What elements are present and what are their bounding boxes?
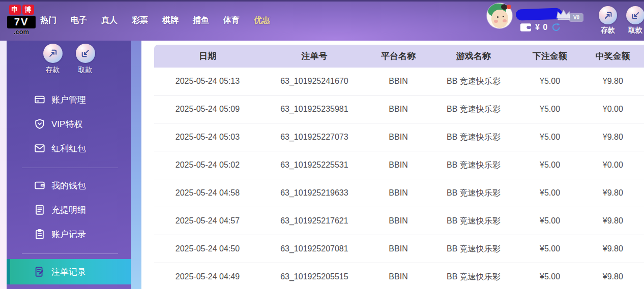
topbar: 申 博 7V .com 热门电子真人彩票棋牌捕鱼体育优惠 V0	[0, 0, 644, 41]
table-row: 2025-05-24 05:0363_101925227073BBINBB 竞速…	[154, 123, 644, 151]
deposit-label: 存款	[597, 26, 619, 35]
logo-badge-right: 博	[22, 5, 34, 15]
sidebar-deposit-button[interactable]: 存款	[41, 44, 65, 75]
sidebar-group: 账户管理VIP特权红利红包	[7, 87, 131, 160]
sidebar: 存款 取款 账户管理VIP特权红利红包我的钱包充提明细账户记录注单记录	[7, 41, 131, 289]
withdraw-button[interactable]: 取款	[624, 6, 644, 35]
table-cell: BBIN	[368, 207, 429, 235]
table-row: 2025-05-24 04:5863_101925219633BBINBB 竞速…	[154, 179, 644, 207]
logo-badge-left: 申	[9, 5, 21, 15]
bet-record-icon	[34, 266, 45, 277]
sidebar-item-label: 红利红包	[51, 143, 86, 154]
balance-row: ¥ 0	[520, 22, 561, 32]
vip-level-label: V0	[570, 14, 583, 21]
sidebar-group: 注单记录	[7, 259, 131, 284]
table-cell: ¥5.00	[518, 179, 581, 207]
sidebar-item-我的钱包[interactable]: 我的钱包	[7, 173, 131, 198]
column-header: 中奖金额	[582, 45, 644, 68]
table-cell: 2025-05-24 04:50	[154, 235, 261, 263]
table-cell: BB 竞速快乐彩	[429, 263, 518, 289]
avatar-face	[491, 10, 508, 28]
sidebar-item-label: 账户记录	[51, 229, 86, 240]
wallet-icon	[34, 180, 45, 191]
table-cell: BBIN	[368, 123, 429, 151]
table-cell: 2025-05-24 05:03	[154, 123, 261, 151]
table-cell: BBIN	[368, 235, 429, 263]
withdraw-arrow-icon	[76, 44, 95, 63]
logo-badges: 申 博	[7, 5, 36, 15]
table-cell: ¥9.80	[582, 179, 644, 207]
sidebar-item-label: 充提明细	[51, 204, 86, 216]
table-cell: BBIN	[368, 95, 429, 123]
sidebar-item-账户管理[interactable]: 账户管理	[7, 87, 131, 112]
nav-item-热门[interactable]: 热门	[33, 15, 64, 26]
sidebar-divider	[22, 253, 118, 254]
nav-item-优惠[interactable]: 优惠	[247, 15, 277, 26]
table-cell: ¥5.00	[518, 207, 581, 235]
nav-item-捕鱼[interactable]: 捕鱼	[186, 15, 216, 26]
sidebar-withdraw-label: 取款	[73, 66, 98, 75]
table-body: 2025-05-24 05:1363_101925241670BBINBB 竞速…	[154, 68, 644, 289]
logo-suffix: .com	[7, 28, 36, 36]
site-logo[interactable]: 申 博 7V .com	[7, 5, 36, 36]
table-cell: ¥5.00	[518, 68, 581, 95]
table-cell: 2025-05-24 05:13	[154, 68, 261, 95]
column-header: 下注金额	[518, 45, 581, 68]
table-cell: BBIN	[368, 179, 429, 207]
column-header: 游戏名称	[429, 45, 518, 68]
table-cell: BBIN	[368, 68, 429, 95]
deposit-arrow-icon	[599, 6, 617, 24]
table-cell: ¥0.00	[582, 95, 644, 123]
nav-item-电子[interactable]: 电子	[64, 15, 94, 26]
deposit-button[interactable]: 存款	[597, 6, 619, 35]
table-cell: 63_101925207081	[261, 235, 368, 263]
sidebar-group: 我的钱包充提明细账户记录	[7, 173, 131, 246]
table-cell: BB 竞速快乐彩	[429, 179, 518, 207]
card-icon	[34, 94, 45, 105]
sidebar-item-账户记录[interactable]: 账户记录	[7, 222, 131, 246]
envelope-icon	[34, 143, 45, 154]
table-cell: BB 竞速快乐彩	[429, 235, 518, 263]
sidebar-item-注单记录[interactable]: 注单记录	[7, 259, 131, 284]
table-cell: 2025-05-24 04:57	[154, 207, 261, 235]
table-cell: 63_101925205515	[261, 263, 368, 289]
sidebar-divider	[22, 168, 118, 168]
sidebar-item-红利红包[interactable]: 红利红包	[7, 136, 131, 160]
logo-text: 7V	[7, 16, 36, 28]
sidebar-withdraw-button[interactable]: 取款	[73, 44, 98, 75]
table-cell: ¥5.00	[518, 95, 581, 123]
sidebar-edge-glow	[131, 41, 141, 289]
column-header: 日期	[154, 45, 261, 68]
vip-icon	[34, 118, 45, 130]
table-cell: BB 竞速快乐彩	[429, 95, 518, 123]
bet-records-table: 日期注单号平台名称游戏名称下注金额中奖金额 2025-05-24 05:1363…	[154, 45, 644, 289]
table-cell: 2025-05-24 05:02	[154, 151, 261, 179]
column-header: 注单号	[261, 45, 368, 68]
sidebar-item-label: 账户管理	[51, 94, 86, 106]
sidebar-deposit-label: 存款	[41, 66, 65, 75]
wallet-icon	[520, 23, 532, 32]
sidebar-item-充提明细[interactable]: 充提明细	[7, 198, 131, 222]
table-cell: 63_101925235981	[261, 95, 368, 123]
nav-item-体育[interactable]: 体育	[216, 15, 247, 26]
table-cell: 63_101925241670	[261, 68, 368, 95]
sidebar-item-VIP特权[interactable]: VIP特权	[7, 112, 131, 136]
sidebar-item-label: 我的钱包	[51, 180, 86, 191]
withdraw-label: 取款	[624, 26, 644, 35]
table-cell: BB 竞速快乐彩	[429, 207, 518, 235]
table-cell: 63_101925217621	[261, 207, 368, 235]
table-cell: 2025-05-24 04:58	[154, 179, 261, 207]
nav-item-棋牌[interactable]: 棋牌	[155, 15, 186, 26]
table-cell: ¥5.00	[518, 151, 581, 179]
nav-item-真人[interactable]: 真人	[94, 15, 125, 26]
table-cell: ¥5.00	[518, 235, 581, 263]
table-cell: BB 竞速快乐彩	[429, 123, 518, 151]
nav-item-彩票[interactable]: 彩票	[125, 15, 155, 26]
table-cell: ¥9.80	[582, 123, 644, 151]
table-row: 2025-05-24 04:4963_101925205515BBINBB 竞速…	[154, 263, 644, 289]
withdraw-arrow-icon	[626, 6, 644, 24]
table-cell: ¥9.80	[582, 207, 644, 235]
table-cell: 2025-05-24 04:49	[154, 263, 261, 289]
clipboard-icon	[34, 229, 45, 240]
refresh-balance-icon[interactable]	[551, 22, 561, 32]
